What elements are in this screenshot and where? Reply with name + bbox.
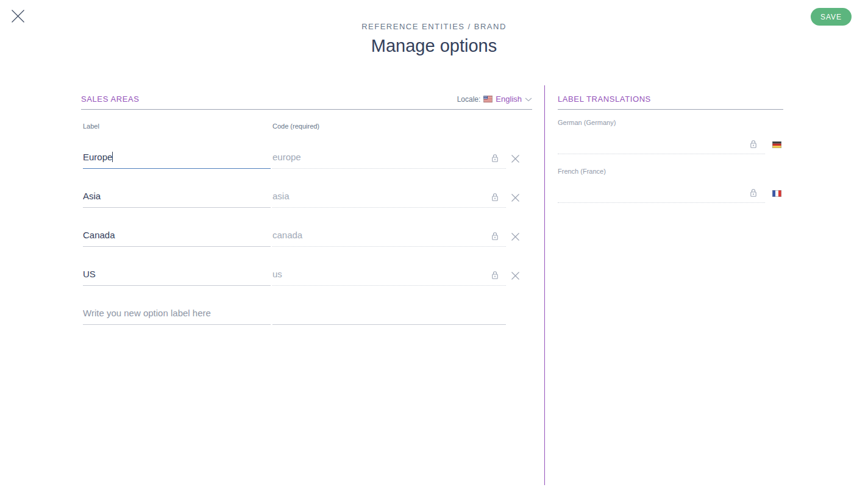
delete-icon — [511, 234, 520, 243]
option-row — [81, 247, 532, 286]
us-flag-icon — [483, 96, 493, 102]
option-row — [81, 130, 532, 169]
breadcrumb: REFERENCE ENTITIES / BRAND — [0, 22, 868, 31]
new-option-code-input[interactable] — [272, 308, 506, 324]
option-code-field — [272, 152, 506, 169]
page-title: Manage options — [0, 36, 868, 56]
option-label-field — [83, 191, 271, 208]
column-header-code: Code (required) — [271, 122, 319, 130]
fr-flag-icon — [772, 190, 781, 197]
delete-option-button[interactable] — [511, 271, 520, 280]
delete-option-button[interactable] — [511, 154, 520, 163]
lock-icon — [749, 140, 758, 149]
delete-option-button[interactable] — [511, 193, 520, 202]
new-option-code-field — [272, 308, 506, 325]
options-panel-title: SALES AREAS — [81, 94, 139, 104]
locale-switcher-label: Locale: — [457, 95, 481, 104]
option-code-field — [272, 191, 506, 208]
option-code-field — [272, 230, 506, 247]
delete-icon — [511, 156, 520, 165]
option-label-field — [83, 230, 271, 247]
delete-icon — [511, 273, 520, 282]
translation-field — [558, 126, 783, 154]
main-content: SALES AREAS Locale: English Label Code (… — [0, 85, 868, 485]
lock-icon — [749, 188, 758, 197]
option-label-field — [83, 269, 271, 286]
new-option-row — [81, 286, 532, 325]
option-code-input[interactable] — [272, 191, 506, 207]
close-icon — [11, 16, 25, 25]
close-button[interactable] — [10, 9, 25, 24]
translation-input-wrap — [558, 126, 765, 154]
option-row — [81, 169, 532, 208]
delete-option-button[interactable] — [511, 232, 520, 241]
lock-icon — [491, 193, 499, 202]
option-label-input[interactable] — [83, 269, 271, 285]
option-label-input[interactable] — [83, 152, 271, 168]
option-code-input[interactable] — [272, 152, 506, 168]
page-header: REFERENCE ENTITIES / BRAND Manage option… — [0, 0, 868, 85]
translations-panel: LABEL TRANSLATIONS German (Germany) Fren… — [544, 85, 783, 485]
new-option-label-field — [83, 308, 271, 325]
translations-panel-header: LABEL TRANSLATIONS — [558, 85, 783, 110]
new-option-label-input[interactable] — [83, 308, 271, 324]
translations-panel-title: LABEL TRANSLATIONS — [558, 94, 651, 104]
translation-block-german: German (Germany) — [558, 119, 783, 154]
translation-block-french: French (France) — [558, 168, 783, 203]
option-label-input[interactable] — [83, 230, 271, 246]
translation-input-wrap — [558, 175, 765, 203]
lock-icon — [491, 154, 499, 163]
chevron-down-icon — [525, 95, 532, 104]
lock-icon — [491, 271, 499, 280]
translation-input-german[interactable] — [558, 126, 765, 154]
option-row — [81, 208, 532, 247]
option-label-input[interactable] — [83, 191, 271, 207]
translation-locale-label: German (Germany) — [558, 119, 783, 126]
save-button[interactable]: SAVE — [811, 8, 852, 26]
options-panel-header: SALES AREAS Locale: English — [81, 85, 532, 110]
option-code-input[interactable] — [272, 230, 506, 246]
locale-switcher-value: English — [496, 94, 522, 104]
de-flag-icon — [772, 141, 781, 148]
delete-icon — [511, 195, 520, 204]
translation-input-french[interactable] — [558, 175, 765, 202]
translation-locale-label: French (France) — [558, 168, 783, 175]
locale-switcher[interactable]: Locale: English — [457, 94, 532, 104]
lock-icon — [491, 232, 499, 241]
options-column-headers: Label Code (required) — [81, 122, 532, 130]
options-panel: SALES AREAS Locale: English Label Code (… — [81, 85, 532, 485]
translation-field — [558, 175, 783, 203]
option-code-input[interactable] — [272, 269, 506, 285]
column-header-label: Label — [81, 122, 271, 130]
text-caret — [112, 152, 113, 162]
option-label-field — [83, 152, 271, 169]
option-code-field — [272, 269, 506, 286]
